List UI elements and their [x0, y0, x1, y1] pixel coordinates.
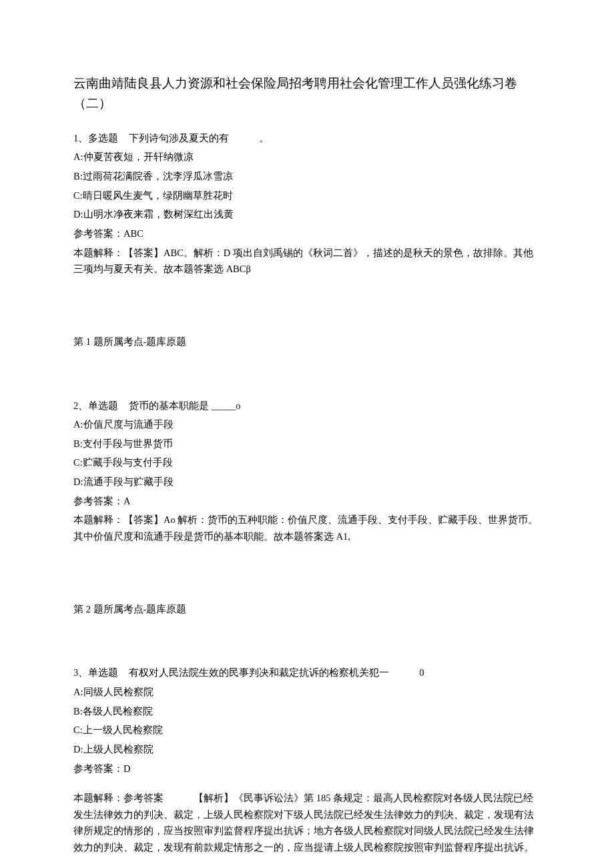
question-2-explanation: 本题解释：【答案】Ao 解析：货币的五种职能：价值尺度、流通手段、支付手段、贮藏… [73, 512, 541, 544]
question-2-number: 2、 [73, 400, 88, 411]
question-3-option-c: C:上一级人民检察院 [73, 722, 541, 739]
question-1-topic: 第 1 题所属考点-题库原题 [73, 334, 541, 350]
question-3-answer: 参考答案：D [73, 761, 541, 777]
question-2-option-a: A:价值尺度与流通手段 [73, 416, 541, 433]
question-1-option-b: B:过雨荷花满院香，沈李浮瓜冰雪凉 [73, 168, 541, 185]
question-3-stem: 3、单选题有权对人民法院生效的民事判决和裁定抗诉的检察机关犯一 0 [73, 665, 541, 681]
question-3: 3、单选题有权对人民法院生效的民事判决和裁定抗诉的检察机关犯一 0 A:同级人民… [73, 665, 541, 855]
question-1-option-a: A:仲夏苦夜短，开轩纳微凉 [73, 149, 541, 165]
question-1-text: 下列诗句涉及夏天的有 。 [129, 133, 269, 143]
question-2-option-b: B:支付手段与世界货币 [73, 436, 541, 452]
document-title: 云南曲靖陆良县人力资源和社会保险局招考聘用社会化管理工作人员强化练习卷（二） [73, 73, 541, 114]
question-1-type: 多选题 [88, 133, 118, 143]
question-2-stem: 2、单选题货币的基本职能是 _____o [73, 398, 541, 414]
question-1-stem: 1、多选题下列诗句涉及夏天的有 。 [73, 130, 541, 147]
question-3-option-d: D:上级人民检察院 [73, 741, 541, 758]
question-2-type: 单选题 [88, 400, 118, 411]
question-1-explanation: 本题解释：【答案】ABC。解析：D 项出自刘禹锡的《秋词二首》，描述的是秋天的景… [73, 245, 541, 278]
question-3-option-b: B:各级人民检察院 [73, 703, 541, 720]
question-3-option-a: A:同级人民检察院 [73, 684, 541, 701]
question-2-option-c: C:贮藏手段与支付手段 [73, 454, 541, 471]
question-2-text: 货币的基本职能是 _____o [129, 400, 240, 411]
question-1-option-c: C:晴日暖风生麦气，绿阴幽草胜花时 [73, 187, 541, 204]
question-2: 2、单选题货币的基本职能是 _____o A:价值尺度与流通手段 B:支付手段与… [73, 398, 541, 545]
question-2-topic: 第 2 题所属考点-题库原题 [73, 601, 541, 618]
question-1-option-d: D:山明水净夜来霜，数树深红出浅黄 [73, 206, 541, 223]
question-2-option-d: D:流通手段与贮藏手段 [73, 474, 541, 490]
question-2-answer: 参考答案：A [73, 493, 541, 510]
question-1: 1、多选题下列诗句涉及夏天的有 。 A:仲夏苦夜短，开轩纳微凉 B:过雨荷花满院… [73, 130, 541, 278]
question-3-type: 单选题 [88, 667, 118, 678]
question-3-text: 有权对人民法院生效的民事判决和裁定抗诉的检察机关犯一 0 [129, 667, 424, 678]
question-1-answer: 参考答案：ABC [73, 226, 541, 242]
question-1-number: 1、 [73, 133, 88, 143]
question-3-explanation: 本题解释：参考答案 【解析】《民事诉讼法》第 185 条规定：最高人民检察院对各… [73, 790, 541, 856]
question-3-number: 3、 [73, 667, 88, 678]
